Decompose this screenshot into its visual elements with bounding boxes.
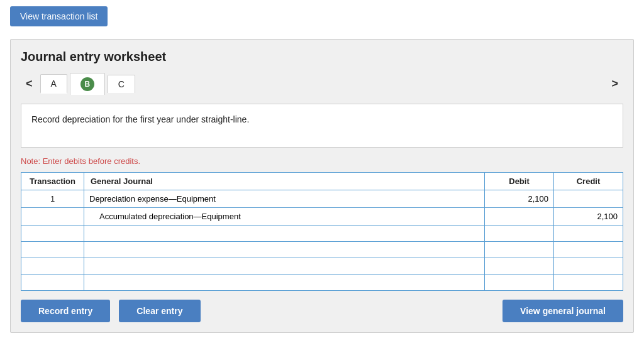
table-row [21, 226, 623, 242]
debit-cell[interactable] [485, 275, 554, 291]
journal-input[interactable] [89, 261, 479, 271]
general-journal-cell[interactable] [84, 242, 485, 258]
credit-input[interactable] [559, 278, 618, 287]
note-text: Note: Enter debits before credits. [21, 156, 623, 166]
clear-entry-button[interactable]: Clear entry [119, 300, 200, 322]
debit-cell[interactable] [485, 208, 554, 226]
general-journal-cell[interactable] [84, 275, 485, 291]
tab-c[interactable]: C [108, 75, 135, 93]
transaction-cell [21, 275, 84, 291]
table-row: 1 [21, 190, 623, 208]
debit-cell[interactable] [485, 242, 554, 258]
main-container: Journal entry worksheet < A B C > Record… [10, 39, 634, 333]
prev-tab-button[interactable]: < [21, 75, 38, 93]
credit-cell[interactable] [554, 226, 623, 242]
tabs-row: < A B C > [21, 73, 623, 95]
general-journal-cell[interactable] [84, 258, 485, 275]
tab-c-label: C [118, 79, 125, 89]
transaction-cell [21, 242, 84, 258]
general-journal-cell[interactable] [84, 226, 485, 242]
debit-input[interactable] [490, 229, 548, 238]
table-row [21, 242, 623, 258]
debit-input[interactable] [490, 194, 548, 204]
credit-cell[interactable] [554, 275, 623, 291]
transaction-cell [21, 226, 84, 242]
general-journal-cell[interactable] [84, 208, 485, 226]
bottom-buttons: Record entry Clear entry View general jo… [21, 300, 623, 322]
journal-table: Transaction General Journal Debit Credit… [21, 172, 623, 291]
next-tab-button[interactable]: > [606, 75, 623, 93]
col-header-debit: Debit [485, 173, 554, 190]
description-text: Record depreciation for the first year u… [31, 114, 249, 124]
col-header-credit: Credit [554, 173, 623, 190]
tab-b-circle: B [80, 77, 94, 91]
debit-input[interactable] [490, 212, 548, 221]
table-row [21, 275, 623, 291]
record-entry-button[interactable]: Record entry [21, 300, 110, 322]
table-row [21, 208, 623, 226]
credit-input[interactable] [559, 245, 618, 254]
debit-input[interactable] [490, 261, 548, 271]
transaction-cell [21, 208, 84, 226]
tab-b[interactable]: B [70, 73, 105, 95]
debit-cell[interactable] [485, 258, 554, 275]
description-box: Record depreciation for the first year u… [21, 104, 623, 148]
tab-a-label: A [51, 79, 57, 89]
view-general-journal-button[interactable]: View general journal [502, 300, 623, 322]
credit-cell[interactable] [554, 190, 623, 208]
credit-cell[interactable] [554, 258, 623, 275]
journal-input[interactable] [89, 278, 479, 287]
top-bar: View transaction list [0, 0, 644, 33]
journal-input[interactable] [89, 229, 479, 238]
debit-cell[interactable] [485, 190, 554, 208]
col-header-general-journal: General Journal [84, 173, 485, 190]
debit-input[interactable] [490, 245, 548, 254]
credit-input[interactable] [559, 194, 618, 204]
journal-input[interactable] [89, 245, 479, 254]
journal-input[interactable] [99, 212, 479, 221]
debit-input[interactable] [490, 278, 548, 287]
tab-a[interactable]: A [40, 74, 67, 94]
journal-input[interactable] [89, 194, 479, 204]
view-transaction-button[interactable]: View transaction list [10, 6, 108, 26]
credit-input[interactable] [559, 212, 618, 221]
credit-cell[interactable] [554, 242, 623, 258]
debit-cell[interactable] [485, 226, 554, 242]
general-journal-cell[interactable] [84, 190, 485, 208]
credit-input[interactable] [559, 261, 618, 271]
table-row [21, 258, 623, 275]
col-header-transaction: Transaction [21, 173, 84, 190]
transaction-cell: 1 [21, 190, 84, 208]
transaction-cell [21, 258, 84, 275]
tab-b-label: B [85, 80, 91, 89]
worksheet-title: Journal entry worksheet [21, 50, 623, 64]
credit-input[interactable] [559, 229, 618, 238]
credit-cell[interactable] [554, 208, 623, 226]
